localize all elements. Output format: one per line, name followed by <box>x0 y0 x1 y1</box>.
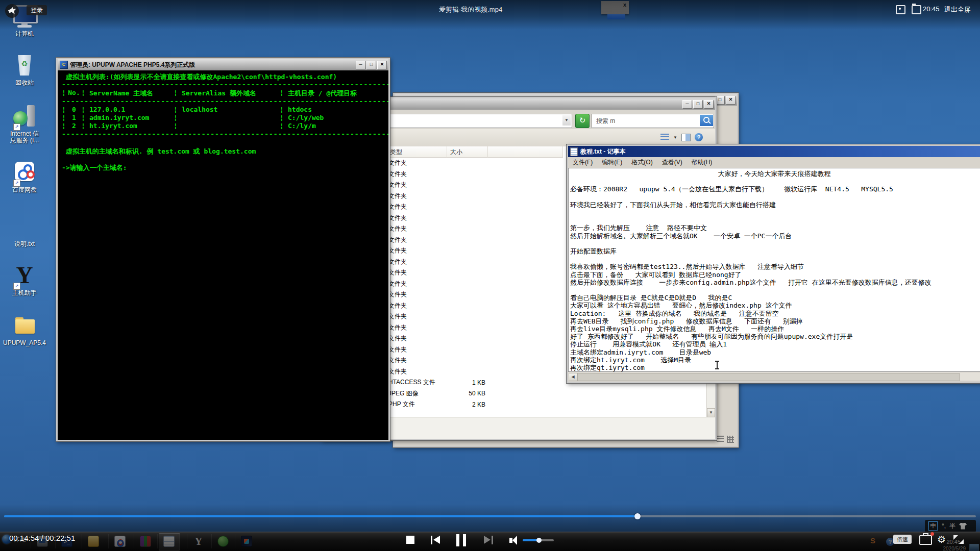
seek-knob[interactable] <box>634 513 641 519</box>
player-top-overlay <box>0 0 980 30</box>
desktop-icon-label: 百度网盘 <box>0 187 49 193</box>
desktop-icon-readme-txt[interactable]: 说明.txt <box>0 214 49 247</box>
previous-button[interactable] <box>431 536 440 545</box>
menu-item[interactable]: 格式(O) <box>627 157 657 168</box>
search-icon[interactable] <box>700 115 713 126</box>
file-size: 2 KB <box>446 401 485 408</box>
column-header-size[interactable]: 大小 <box>447 146 488 158</box>
desktop-icon-label: 计算机 <box>0 31 49 37</box>
minimize-button[interactable]: ─ <box>682 100 692 109</box>
divider: ----------------------------------------… <box>62 97 388 106</box>
host-assistant-icon: Y↗ <box>11 263 38 289</box>
file-type: 文件夹 <box>388 367 446 376</box>
preview-pane-icon[interactable] <box>681 134 691 141</box>
desktop-icon-iis[interactable]: ↗Internet 信 息服务 (I... <box>0 104 49 144</box>
file-type: HTACCESS 文件 <box>388 378 446 387</box>
file-type: 文件夹 <box>388 345 446 354</box>
menu-item[interactable]: 查看(V) <box>657 157 687 168</box>
exit-fullscreen-button[interactable]: 退出全屏 <box>944 5 971 14</box>
maximize-button[interactable]: □ <box>366 61 376 69</box>
vhost-table-row: ¦0¦127.0.0.1¦localhost¦htdocs¦ <box>62 106 388 114</box>
vhost-table-row: ¦1¦admin.iyryt.com¦¦C:/ly/web¦ <box>62 114 388 122</box>
speed-button[interactable]: 倍速 <box>893 535 912 544</box>
scroll-left-icon[interactable]: ◀ <box>569 373 577 381</box>
notepad-text[interactable]: 大家好，今天给大家带来天痕搭建教程 必备环境：2008R2 upupw 5.4（… <box>569 168 980 371</box>
notepad-editor[interactable]: 大家好，今天给大家带来天痕搭建教程 必备环境：2008R2 upupw 5.4（… <box>568 168 980 372</box>
plugin-briefcase-icon[interactable] <box>919 535 932 545</box>
stop-button[interactable] <box>406 536 414 544</box>
seek-bar[interactable] <box>4 515 976 517</box>
view-list-icon[interactable] <box>660 134 669 141</box>
video-title: 爱剪辑-我的视频.mp4 <box>439 5 502 14</box>
vhost-table-header: ¦No.¦ServerName 主域名¦ServerAlias 额外域名¦主机目… <box>62 89 388 97</box>
file-type: 文件夹 <box>388 280 446 288</box>
notification-dot <box>930 532 934 536</box>
notepad-titlebar[interactable]: 教程.txt - 记事本 <box>568 146 980 157</box>
exit-fullscreen-icon[interactable] <box>953 535 964 544</box>
cmd-titlebar[interactable]: C 管理员: UPUPW APACHE PHP5.4系列正式版 ─ □ ✕ <box>58 59 388 70</box>
help-icon[interactable]: ? <box>695 133 703 141</box>
search-text: 搜索 m <box>596 117 615 126</box>
column-header-type[interactable]: 类型 <box>387 146 447 158</box>
chevron-down-icon[interactable]: ▼ <box>562 115 571 126</box>
pause-button[interactable] <box>456 534 470 548</box>
seek-bar-fill <box>4 515 638 517</box>
close-icon[interactable]: ✕ <box>704 100 714 109</box>
video-player-fullscreen: 计算机♻回收站↗Internet 信 息服务 (I...↗百度网盘说明.txtY… <box>0 0 980 551</box>
file-type: 文件夹 <box>388 159 446 167</box>
file-type: 文件夹 <box>388 236 446 244</box>
file-type: 文件夹 <box>388 323 446 332</box>
maximize-button[interactable]: □ <box>693 100 703 109</box>
upupw-folder-icon <box>11 313 38 339</box>
notepad-menubar: 文件(F)编辑(E)格式(O)查看(V)帮助(H) <box>568 157 980 168</box>
cmd-prompt[interactable]: ->请输入一个主域名: <box>62 163 388 171</box>
notepad-title: 教程.txt - 记事本 <box>580 147 626 156</box>
chevron-down-icon[interactable]: ▼ <box>673 135 677 140</box>
menu-item[interactable]: 文件(F) <box>568 157 597 168</box>
file-type: JPEG 图像 <box>388 389 446 398</box>
system-clock: 20:45 <box>923 5 940 13</box>
ibeam-cursor <box>717 361 718 369</box>
file-type: 文件夹 <box>388 258 446 266</box>
shortcut-arrow-icon: ↗ <box>13 123 20 131</box>
volume-knob[interactable] <box>536 538 542 543</box>
baidu-netdisk-icon: ↗ <box>11 160 38 186</box>
menu-item[interactable]: 编辑(E) <box>597 157 627 168</box>
desktop-icon-baidu-netdisk[interactable]: ↗百度网盘 <box>0 160 49 193</box>
shortcut-arrow-icon: ↗ <box>13 283 20 290</box>
scrollbar-thumb[interactable] <box>577 373 960 381</box>
file-type: 文件夹 <box>388 334 446 343</box>
player-logo-icon[interactable] <box>5 4 19 18</box>
volume-slider[interactable] <box>523 539 554 541</box>
file-type: 文件夹 <box>388 302 446 310</box>
minimize-button[interactable]: ─ <box>356 61 365 69</box>
close-icon[interactable]: ✕ <box>377 61 387 69</box>
next-button[interactable] <box>484 536 493 545</box>
scroll-down-icon[interactable]: ▼ <box>707 408 715 417</box>
notepad-icon <box>570 147 578 156</box>
desktop-icon-recycle-bin[interactable]: ♻回收站 <box>0 53 49 86</box>
file-type: 文件夹 <box>388 268 446 277</box>
desktop-icon-host-assistant[interactable]: Y↗主机助手 <box>0 263 49 296</box>
menu-item[interactable]: 帮助(H) <box>687 157 717 168</box>
file-size: 50 KB <box>446 390 485 397</box>
close-icon[interactable]: ✕ <box>726 96 736 105</box>
vhost-table-row: ¦2¦ht.iyryt.com¦¦C:/ly/m¦ <box>62 122 388 130</box>
volume-icon[interactable] <box>509 536 517 545</box>
pin-icon[interactable] <box>896 5 905 14</box>
grid-view-icon[interactable] <box>727 436 734 443</box>
refresh-button[interactable]: ↻ <box>575 114 590 128</box>
file-type: 文件夹 <box>388 203 446 211</box>
divider: ----------------------------------------… <box>62 81 388 89</box>
playlist-folder-icon[interactable] <box>912 5 921 14</box>
settings-gear-icon[interactable]: ⚙ <box>937 534 946 545</box>
list-view-icon[interactable] <box>717 436 724 443</box>
column-header-extra[interactable] <box>488 146 563 158</box>
search-input[interactable]: 搜索 m <box>592 114 714 128</box>
login-button[interactable]: 登录 <box>27 5 47 15</box>
horizontal-scrollbar[interactable]: ◀ <box>568 372 980 381</box>
file-type: 文件夹 <box>388 192 446 201</box>
shortcut-arrow-icon: ↗ <box>13 180 20 187</box>
desktop-icon-upupw-folder[interactable]: UPUPW_AP5.4 <box>0 313 49 346</box>
readme-txt-icon <box>11 214 38 240</box>
